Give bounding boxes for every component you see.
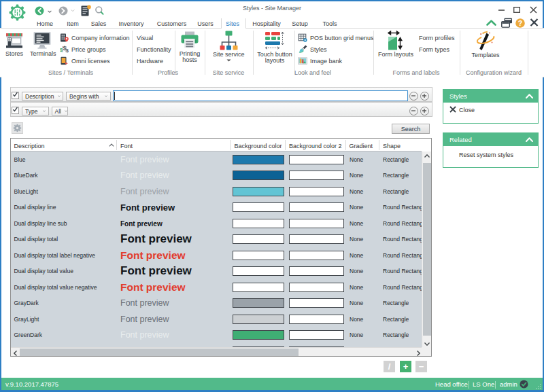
svg-text:$: $: [60, 48, 63, 53]
svg-text:$: $: [66, 48, 69, 54]
svg-text:?: ?: [518, 18, 522, 26]
